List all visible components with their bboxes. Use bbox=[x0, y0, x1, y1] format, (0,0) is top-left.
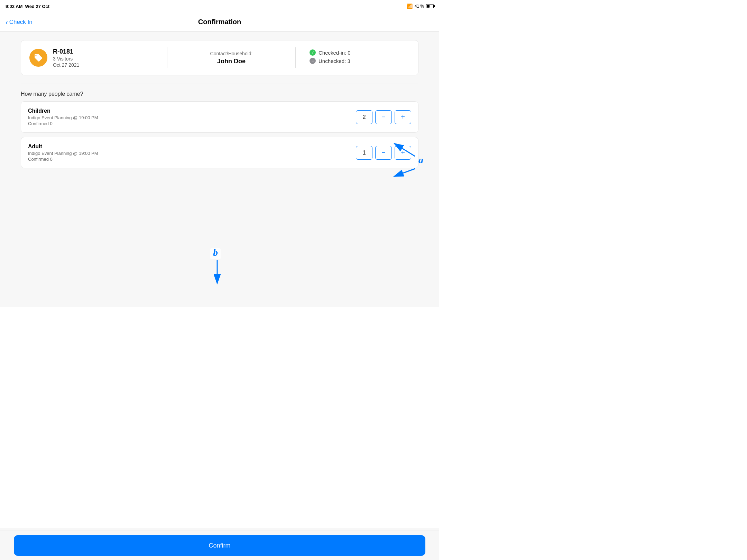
adult-type: Adult bbox=[28, 143, 356, 150]
checked-in-dot bbox=[310, 49, 316, 56]
status-section: Checked-in: 0 Unchecked: 3 bbox=[310, 49, 410, 66]
page-title: Confirmation bbox=[198, 18, 241, 26]
status-indicators: 📶 41 % bbox=[407, 3, 434, 9]
checked-in-label: Checked-in: 0 bbox=[319, 50, 351, 56]
back-button[interactable]: ‹ Check In bbox=[6, 19, 33, 26]
checked-in-row: Checked-in: 0 bbox=[310, 49, 410, 56]
adult-visitor-card: Adult Indigo Event Planning @ 19:00 PM C… bbox=[21, 137, 418, 168]
adult-increment-button[interactable]: + bbox=[395, 146, 411, 160]
back-chevron-icon: ‹ bbox=[6, 19, 8, 26]
record-header-card: R-0181 3 Visitors Oct 27 2021 Contact/Ho… bbox=[21, 40, 418, 75]
adult-counter: 1 − + bbox=[356, 146, 411, 160]
record-date: Oct 27 2021 bbox=[53, 62, 153, 68]
adult-decrement-button[interactable]: − bbox=[375, 146, 392, 160]
vertical-divider bbox=[167, 47, 167, 68]
battery-text: 41 % bbox=[415, 4, 424, 9]
vertical-divider-2 bbox=[295, 47, 296, 68]
children-type: Children bbox=[28, 108, 356, 114]
status-time-date: 9:02 AM Wed 27 Oct bbox=[6, 4, 49, 9]
how-many-label: How many people came? bbox=[21, 91, 418, 97]
contact-section: Contact/Household: John Doe bbox=[181, 51, 282, 65]
adult-info: Adult Indigo Event Planning @ 19:00 PM C… bbox=[28, 143, 356, 162]
children-decrement-button[interactable]: − bbox=[375, 110, 392, 124]
record-icon bbox=[29, 49, 47, 67]
tag-icon bbox=[34, 53, 43, 62]
battery-icon bbox=[426, 4, 434, 8]
contact-label: Contact/Household: bbox=[181, 51, 282, 56]
record-id: R-0181 bbox=[53, 48, 153, 55]
unchecked-row: Unchecked: 3 bbox=[310, 58, 410, 64]
children-count-value: 2 bbox=[356, 110, 372, 124]
wifi-icon: 📶 bbox=[407, 3, 413, 9]
plus-icon-adult: + bbox=[401, 149, 405, 157]
unchecked-dot bbox=[310, 58, 316, 64]
nav-bar: ‹ Check In Confirmation bbox=[0, 12, 439, 32]
minus-icon: − bbox=[381, 113, 386, 121]
children-visitor-card: Children Indigo Event Planning @ 19:00 P… bbox=[21, 101, 418, 133]
children-counter: 2 − + bbox=[356, 110, 411, 124]
record-info: R-0181 3 Visitors Oct 27 2021 bbox=[53, 48, 153, 68]
minus-icon-adult: − bbox=[381, 149, 386, 157]
status-bar: 9:02 AM Wed 27 Oct 📶 41 % bbox=[0, 0, 439, 12]
children-increment-button[interactable]: + bbox=[395, 110, 411, 124]
children-event: Indigo Event Planning @ 19:00 PM bbox=[28, 115, 356, 120]
contact-name: John Doe bbox=[181, 58, 282, 65]
separator bbox=[21, 84, 418, 84]
children-confirmed: Confirmed 0 bbox=[28, 121, 356, 126]
children-info: Children Indigo Event Planning @ 19:00 P… bbox=[28, 108, 356, 126]
adult-event: Indigo Event Planning @ 19:00 PM bbox=[28, 151, 356, 156]
plus-icon: + bbox=[401, 113, 405, 121]
unchecked-label: Unchecked: 3 bbox=[319, 58, 350, 64]
record-visitors: 3 Visitors bbox=[53, 56, 153, 62]
adult-count-value: 1 bbox=[356, 146, 372, 160]
main-content: R-0181 3 Visitors Oct 27 2021 Contact/Ho… bbox=[0, 32, 439, 307]
back-label: Check In bbox=[9, 19, 33, 26]
adult-confirmed: Confirmed 0 bbox=[28, 157, 356, 162]
